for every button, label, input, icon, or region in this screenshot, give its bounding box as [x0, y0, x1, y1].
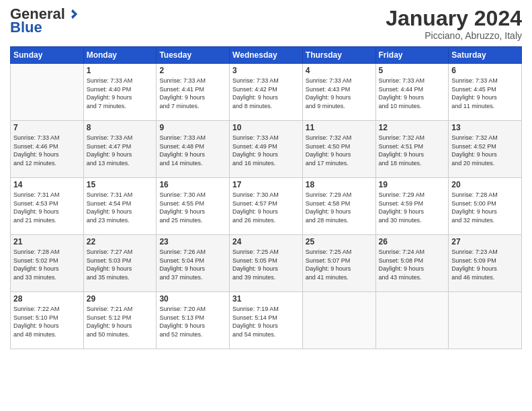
day-cell: 8Sunrise: 7:33 AMSunset: 4:47 PMDaylight…: [83, 121, 157, 178]
day-cell: 6Sunrise: 7:33 AMSunset: 4:45 PMDaylight…: [449, 64, 522, 121]
day-info: Sunrise: 7:31 AMSunset: 4:53 PMDaylight:…: [13, 191, 81, 224]
day-cell: 27Sunrise: 7:23 AMSunset: 5:09 PMDayligh…: [449, 235, 522, 292]
day-cell: 11Sunrise: 7:32 AMSunset: 4:50 PMDayligh…: [302, 121, 375, 178]
day-info: Sunrise: 7:33 AMSunset: 4:47 PMDaylight:…: [87, 134, 154, 167]
day-cell: [375, 292, 449, 349]
col-friday: Friday: [375, 47, 449, 64]
day-number: 30: [159, 294, 226, 304]
day-number: 15: [87, 180, 154, 189]
day-number: 29: [87, 294, 154, 304]
day-info: Sunrise: 7:33 AMSunset: 4:45 PMDaylight:…: [451, 77, 519, 110]
day-info: Sunrise: 7:33 AMSunset: 4:43 PMDaylight:…: [306, 77, 373, 110]
col-sunday: Sunday: [11, 47, 84, 64]
day-cell: 18Sunrise: 7:29 AMSunset: 4:58 PMDayligh…: [302, 178, 375, 235]
day-number: 6: [451, 66, 519, 75]
calendar-table: Sunday Monday Tuesday Wednesday Thursday…: [10, 46, 522, 349]
col-thursday: Thursday: [302, 47, 375, 64]
day-cell: 3Sunrise: 7:33 AMSunset: 4:42 PMDaylight…: [230, 64, 303, 121]
header-row: Sunday Monday Tuesday Wednesday Thursday…: [11, 47, 522, 64]
day-cell: 10Sunrise: 7:33 AMSunset: 4:49 PMDayligh…: [230, 121, 303, 178]
day-info: Sunrise: 7:25 AMSunset: 5:07 PMDaylight:…: [306, 248, 373, 281]
day-cell: 5Sunrise: 7:33 AMSunset: 4:44 PMDaylight…: [375, 64, 449, 121]
day-number: 4: [306, 66, 373, 75]
day-number: 18: [306, 180, 373, 189]
day-cell: 7Sunrise: 7:33 AMSunset: 4:46 PMDaylight…: [11, 121, 84, 178]
day-cell: 2Sunrise: 7:33 AMSunset: 4:41 PMDaylight…: [157, 64, 230, 121]
day-number: 19: [379, 180, 446, 189]
week-row-2: 7Sunrise: 7:33 AMSunset: 4:46 PMDaylight…: [11, 121, 522, 178]
week-row-1: 1Sunrise: 7:33 AMSunset: 4:40 PMDaylight…: [11, 64, 522, 121]
day-info: Sunrise: 7:28 AMSunset: 5:02 PMDaylight:…: [13, 248, 81, 281]
day-cell: 19Sunrise: 7:29 AMSunset: 4:59 PMDayligh…: [375, 178, 449, 235]
day-number: 13: [451, 123, 519, 132]
day-number: 2: [159, 66, 226, 75]
day-info: Sunrise: 7:33 AMSunset: 4:44 PMDaylight:…: [379, 77, 446, 110]
day-info: Sunrise: 7:29 AMSunset: 4:59 PMDaylight:…: [379, 191, 446, 224]
day-cell: 21Sunrise: 7:28 AMSunset: 5:02 PMDayligh…: [11, 235, 84, 292]
week-row-5: 28Sunrise: 7:22 AMSunset: 5:10 PMDayligh…: [11, 292, 522, 349]
day-cell: 31Sunrise: 7:19 AMSunset: 5:14 PMDayligh…: [230, 292, 303, 349]
day-cell: 20Sunrise: 7:28 AMSunset: 5:00 PMDayligh…: [449, 178, 522, 235]
day-cell: 13Sunrise: 7:32 AMSunset: 4:52 PMDayligh…: [449, 121, 522, 178]
day-info: Sunrise: 7:26 AMSunset: 5:04 PMDaylight:…: [159, 248, 226, 281]
day-number: 25: [306, 237, 373, 246]
day-cell: 23Sunrise: 7:26 AMSunset: 5:04 PMDayligh…: [157, 235, 230, 292]
day-info: Sunrise: 7:25 AMSunset: 5:05 PMDaylight:…: [232, 248, 300, 281]
logo: General Blue: [10, 7, 79, 36]
day-number: 12: [379, 123, 446, 132]
day-cell: [11, 64, 84, 121]
day-number: 26: [379, 237, 446, 246]
col-saturday: Saturday: [449, 47, 522, 64]
day-cell: 26Sunrise: 7:24 AMSunset: 5:08 PMDayligh…: [375, 235, 449, 292]
day-cell: 25Sunrise: 7:25 AMSunset: 5:07 PMDayligh…: [302, 235, 375, 292]
col-tuesday: Tuesday: [157, 47, 230, 64]
day-info: Sunrise: 7:33 AMSunset: 4:48 PMDaylight:…: [159, 134, 226, 167]
day-number: 16: [159, 180, 226, 189]
day-cell: [302, 292, 375, 349]
day-cell: 4Sunrise: 7:33 AMSunset: 4:43 PMDaylight…: [302, 64, 375, 121]
week-row-4: 21Sunrise: 7:28 AMSunset: 5:02 PMDayligh…: [11, 235, 522, 292]
day-number: 1: [87, 66, 154, 75]
day-number: 8: [87, 123, 154, 132]
day-cell: 30Sunrise: 7:20 AMSunset: 5:13 PMDayligh…: [157, 292, 230, 349]
day-number: 9: [159, 123, 226, 132]
day-number: 31: [232, 294, 300, 304]
day-number: 17: [232, 180, 300, 189]
day-cell: 24Sunrise: 7:25 AMSunset: 5:05 PMDayligh…: [230, 235, 303, 292]
day-cell: 22Sunrise: 7:27 AMSunset: 5:03 PMDayligh…: [83, 235, 157, 292]
logo-icon: [66, 8, 79, 20]
title-month: January 2024: [386, 7, 522, 30]
day-info: Sunrise: 7:33 AMSunset: 4:41 PMDaylight:…: [159, 77, 226, 110]
day-info: Sunrise: 7:29 AMSunset: 4:58 PMDaylight:…: [306, 191, 373, 224]
day-info: Sunrise: 7:20 AMSunset: 5:13 PMDaylight:…: [159, 305, 226, 338]
day-cell: 28Sunrise: 7:22 AMSunset: 5:10 PMDayligh…: [11, 292, 84, 349]
day-info: Sunrise: 7:33 AMSunset: 4:42 PMDaylight:…: [232, 77, 300, 110]
day-number: 14: [13, 180, 81, 189]
day-cell: 15Sunrise: 7:31 AMSunset: 4:54 PMDayligh…: [83, 178, 157, 235]
header: General Blue January 2024 Picciano, Abru…: [10, 7, 522, 41]
svg-marker-0: [71, 9, 77, 19]
title-block: January 2024 Picciano, Abruzzo, Italy: [386, 7, 522, 41]
day-number: 21: [13, 237, 81, 246]
day-info: Sunrise: 7:21 AMSunset: 5:12 PMDaylight:…: [87, 305, 154, 338]
day-info: Sunrise: 7:32 AMSunset: 4:51 PMDaylight:…: [379, 134, 446, 167]
title-location: Picciano, Abruzzo, Italy: [386, 30, 522, 41]
day-info: Sunrise: 7:28 AMSunset: 5:00 PMDaylight:…: [451, 191, 519, 224]
day-cell: 9Sunrise: 7:33 AMSunset: 4:48 PMDaylight…: [157, 121, 230, 178]
day-cell: 16Sunrise: 7:30 AMSunset: 4:55 PMDayligh…: [157, 178, 230, 235]
day-info: Sunrise: 7:33 AMSunset: 4:49 PMDaylight:…: [232, 134, 300, 167]
day-number: 10: [232, 123, 300, 132]
day-info: Sunrise: 7:33 AMSunset: 4:46 PMDaylight:…: [13, 134, 81, 167]
day-number: 27: [451, 237, 519, 246]
day-info: Sunrise: 7:23 AMSunset: 5:09 PMDaylight:…: [451, 248, 519, 281]
week-row-3: 14Sunrise: 7:31 AMSunset: 4:53 PMDayligh…: [11, 178, 522, 235]
day-number: 5: [379, 66, 446, 75]
logo-blue-text: Blue: [10, 19, 42, 36]
day-number: 23: [159, 237, 226, 246]
day-cell: 17Sunrise: 7:30 AMSunset: 4:57 PMDayligh…: [230, 178, 303, 235]
day-cell: 14Sunrise: 7:31 AMSunset: 4:53 PMDayligh…: [11, 178, 84, 235]
day-cell: 29Sunrise: 7:21 AMSunset: 5:12 PMDayligh…: [83, 292, 157, 349]
day-info: Sunrise: 7:24 AMSunset: 5:08 PMDaylight:…: [379, 248, 446, 281]
day-cell: 1Sunrise: 7:33 AMSunset: 4:40 PMDaylight…: [83, 64, 157, 121]
day-info: Sunrise: 7:32 AMSunset: 4:52 PMDaylight:…: [451, 134, 519, 167]
